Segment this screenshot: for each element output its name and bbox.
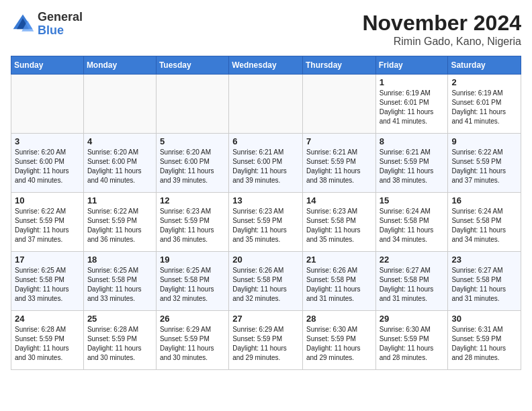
weekday-header-sunday: Sunday: [11, 56, 84, 75]
calendar-cell: 10Sunrise: 6:22 AM Sunset: 5:59 PM Dayli…: [11, 193, 84, 252]
calendar-cell: 21Sunrise: 6:26 AM Sunset: 5:58 PM Dayli…: [302, 252, 375, 311]
calendar-cell: 15Sunrise: 6:24 AM Sunset: 5:58 PM Dayli…: [375, 193, 448, 252]
logo: General Blue: [11, 11, 83, 38]
day-info: Sunrise: 6:28 AM Sunset: 5:59 PM Dayligh…: [15, 326, 69, 361]
day-number: 16: [451, 195, 517, 205]
day-number: 26: [160, 314, 225, 324]
day-number: 13: [232, 195, 299, 205]
day-number: 25: [87, 314, 152, 324]
calendar-cell: 18Sunrise: 6:25 AM Sunset: 5:58 PM Dayli…: [83, 252, 156, 311]
week-row-4: 17Sunrise: 6:25 AM Sunset: 5:58 PM Dayli…: [11, 252, 521, 311]
calendar-cell: 2Sunrise: 6:19 AM Sunset: 6:01 PM Daylig…: [448, 75, 521, 134]
calendar-cell: 28Sunrise: 6:30 AM Sunset: 5:59 PM Dayli…: [302, 311, 375, 370]
day-number: 18: [87, 255, 152, 265]
day-number: 29: [380, 314, 445, 324]
day-number: 23: [451, 255, 517, 265]
calendar-cell: [83, 75, 156, 134]
day-info: Sunrise: 6:27 AM Sunset: 5:58 PM Dayligh…: [380, 267, 434, 302]
calendar-cell: 14Sunrise: 6:23 AM Sunset: 5:58 PM Dayli…: [302, 193, 375, 252]
day-info: Sunrise: 6:29 AM Sunset: 5:59 PM Dayligh…: [232, 326, 287, 361]
day-info: Sunrise: 6:25 AM Sunset: 5:58 PM Dayligh…: [87, 267, 142, 302]
day-number: 5: [160, 136, 225, 146]
calendar-cell: 16Sunrise: 6:24 AM Sunset: 5:58 PM Dayli…: [448, 193, 521, 252]
day-number: 22: [380, 255, 445, 265]
calendar-cell: 22Sunrise: 6:27 AM Sunset: 5:58 PM Dayli…: [375, 252, 448, 311]
calendar-cell: 20Sunrise: 6:26 AM Sunset: 5:58 PM Dayli…: [229, 252, 303, 311]
calendar-header: SundayMondayTuesdayWednesdayThursdayFrid…: [11, 56, 521, 75]
logo-general: General: [38, 11, 83, 24]
day-number: 10: [15, 195, 80, 205]
calendar-cell: 17Sunrise: 6:25 AM Sunset: 5:58 PM Dayli…: [11, 252, 84, 311]
calendar-cell: 9Sunrise: 6:22 AM Sunset: 5:59 PM Daylig…: [448, 134, 521, 193]
day-info: Sunrise: 6:27 AM Sunset: 5:58 PM Dayligh…: [451, 267, 506, 302]
day-info: Sunrise: 6:28 AM Sunset: 5:59 PM Dayligh…: [87, 326, 142, 361]
day-number: 20: [232, 255, 299, 265]
day-info: Sunrise: 6:30 AM Sunset: 5:59 PM Dayligh…: [380, 326, 434, 361]
day-info: Sunrise: 6:21 AM Sunset: 5:59 PM Dayligh…: [380, 148, 434, 184]
calendar-cell: 19Sunrise: 6:25 AM Sunset: 5:58 PM Dayli…: [156, 252, 228, 311]
calendar-cell: 26Sunrise: 6:29 AM Sunset: 5:59 PM Dayli…: [156, 311, 228, 370]
day-info: Sunrise: 6:20 AM Sunset: 6:00 PM Dayligh…: [160, 148, 214, 184]
day-number: 9: [451, 136, 517, 146]
calendar-cell: 29Sunrise: 6:30 AM Sunset: 5:59 PM Dayli…: [375, 311, 448, 370]
day-info: Sunrise: 6:22 AM Sunset: 5:59 PM Dayligh…: [451, 148, 506, 184]
weekday-header-monday: Monday: [83, 56, 156, 75]
title-block: November 2024 Rimin Gado, Kano, Nigeria: [362, 11, 521, 48]
day-number: 7: [306, 136, 372, 146]
day-number: 14: [306, 195, 372, 205]
day-number: 2: [451, 77, 517, 87]
day-number: 24: [15, 314, 80, 324]
calendar-cell: 5Sunrise: 6:20 AM Sunset: 6:00 PM Daylig…: [156, 134, 228, 193]
day-info: Sunrise: 6:23 AM Sunset: 5:58 PM Dayligh…: [306, 208, 361, 243]
calendar-cell: 30Sunrise: 6:31 AM Sunset: 5:59 PM Dayli…: [448, 311, 521, 370]
day-info: Sunrise: 6:29 AM Sunset: 5:59 PM Dayligh…: [160, 326, 214, 361]
day-info: Sunrise: 6:31 AM Sunset: 5:59 PM Dayligh…: [451, 326, 506, 361]
month-title: November 2024: [362, 11, 521, 36]
calendar-cell: 12Sunrise: 6:23 AM Sunset: 5:59 PM Dayli…: [156, 193, 228, 252]
day-info: Sunrise: 6:25 AM Sunset: 5:58 PM Dayligh…: [15, 267, 69, 302]
weekday-header-tuesday: Tuesday: [156, 56, 228, 75]
day-info: Sunrise: 6:24 AM Sunset: 5:58 PM Dayligh…: [451, 208, 506, 243]
day-info: Sunrise: 6:21 AM Sunset: 6:00 PM Dayligh…: [232, 148, 287, 184]
day-info: Sunrise: 6:22 AM Sunset: 5:59 PM Dayligh…: [87, 208, 142, 243]
day-number: 17: [15, 255, 80, 265]
calendar-cell: 24Sunrise: 6:28 AM Sunset: 5:59 PM Dayli…: [11, 311, 84, 370]
calendar-cell: [229, 75, 303, 134]
day-info: Sunrise: 6:20 AM Sunset: 6:00 PM Dayligh…: [15, 148, 69, 184]
day-info: Sunrise: 6:19 AM Sunset: 6:01 PM Dayligh…: [380, 89, 434, 125]
day-info: Sunrise: 6:25 AM Sunset: 5:58 PM Dayligh…: [160, 267, 214, 302]
header-row: SundayMondayTuesdayWednesdayThursdayFrid…: [11, 56, 521, 75]
day-number: 27: [232, 314, 299, 324]
calendar-cell: 7Sunrise: 6:21 AM Sunset: 5:59 PM Daylig…: [302, 134, 375, 193]
weekday-header-wednesday: Wednesday: [229, 56, 303, 75]
day-number: 3: [15, 136, 80, 146]
calendar-table: SundayMondayTuesdayWednesdayThursdayFrid…: [11, 56, 521, 370]
day-number: 12: [160, 195, 225, 205]
day-number: 4: [87, 136, 152, 146]
day-info: Sunrise: 6:23 AM Sunset: 5:59 PM Dayligh…: [232, 208, 287, 243]
calendar-cell: 23Sunrise: 6:27 AM Sunset: 5:58 PM Dayli…: [448, 252, 521, 311]
day-info: Sunrise: 6:23 AM Sunset: 5:59 PM Dayligh…: [160, 208, 214, 243]
calendar-cell: 1Sunrise: 6:19 AM Sunset: 6:01 PM Daylig…: [375, 75, 448, 134]
logo-text: General Blue: [38, 11, 83, 38]
location: Rimin Gado, Kano, Nigeria: [362, 36, 521, 48]
calendar-cell: 4Sunrise: 6:20 AM Sunset: 6:00 PM Daylig…: [83, 134, 156, 193]
calendar-cell: 3Sunrise: 6:20 AM Sunset: 6:00 PM Daylig…: [11, 134, 84, 193]
day-number: 8: [380, 136, 445, 146]
day-number: 21: [306, 255, 372, 265]
weekday-header-thursday: Thursday: [302, 56, 375, 75]
day-info: Sunrise: 6:19 AM Sunset: 6:01 PM Dayligh…: [451, 89, 506, 125]
day-number: 28: [306, 314, 372, 324]
day-number: 19: [160, 255, 225, 265]
logo-blue: Blue: [38, 24, 83, 38]
week-row-3: 10Sunrise: 6:22 AM Sunset: 5:59 PM Dayli…: [11, 193, 521, 252]
logo-icon: [11, 12, 35, 36]
day-info: Sunrise: 6:22 AM Sunset: 5:59 PM Dayligh…: [15, 208, 69, 243]
calendar-cell: 13Sunrise: 6:23 AM Sunset: 5:59 PM Dayli…: [229, 193, 303, 252]
day-info: Sunrise: 6:24 AM Sunset: 5:58 PM Dayligh…: [380, 208, 434, 243]
calendar-cell: [11, 75, 84, 134]
day-info: Sunrise: 6:26 AM Sunset: 5:58 PM Dayligh…: [306, 267, 361, 302]
day-info: Sunrise: 6:30 AM Sunset: 5:59 PM Dayligh…: [306, 326, 361, 361]
calendar-cell: 8Sunrise: 6:21 AM Sunset: 5:59 PM Daylig…: [375, 134, 448, 193]
week-row-5: 24Sunrise: 6:28 AM Sunset: 5:59 PM Dayli…: [11, 311, 521, 370]
